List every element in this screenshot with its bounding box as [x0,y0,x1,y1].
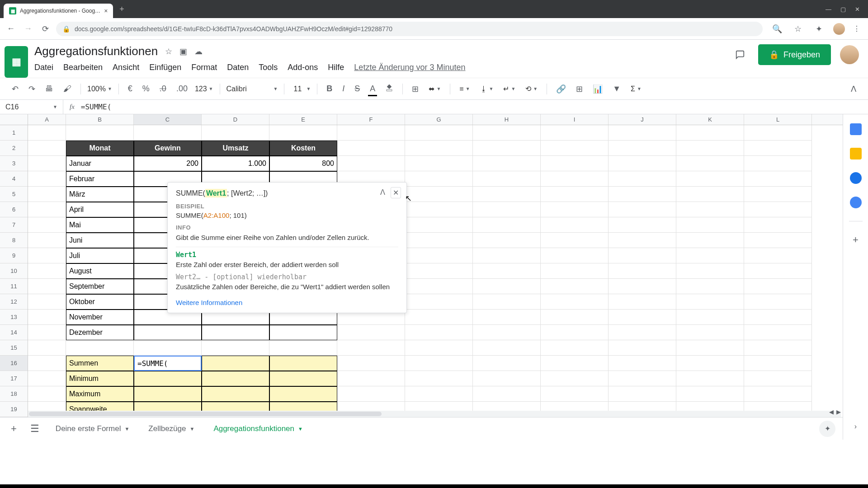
cell[interactable] [269,125,337,141]
cell[interactable] [337,325,405,340]
profile-avatar-icon[interactable] [833,23,845,35]
row-header-6[interactable]: 6 [0,202,28,217]
cell-month[interactable]: August [66,263,134,279]
col-header-J[interactable]: J [609,114,676,125]
cloud-status-icon[interactable]: ☁ [194,47,203,56]
cell[interactable] [541,325,609,340]
cell-month[interactable]: März [66,187,134,202]
cell[interactable] [28,125,66,141]
chart-button[interactable]: 📊 [590,82,605,96]
browser-tab[interactable]: ▦ Aggregationsfunktionen - Goog… × [4,4,113,18]
all-sheets-button[interactable]: ☰ [27,421,43,436]
cell[interactable] [676,156,744,171]
cell-summary[interactable]: Maximum [66,386,134,402]
cell[interactable] [134,325,202,340]
cell[interactable] [541,279,609,294]
cell[interactable] [28,310,66,325]
cell[interactable] [676,217,744,233]
tooltip-more-info-link[interactable]: Weitere Informationen [176,299,242,306]
zoom-select[interactable]: 100% ▼ [87,85,112,93]
browser-menu-icon[interactable]: ⋮ [853,24,860,33]
cell[interactable] [28,340,66,356]
cell[interactable] [28,356,66,371]
percent-button[interactable]: % [140,82,152,95]
sheet-tab-2[interactable]: Aggregationsfunktionen▼ [207,421,309,437]
row-header-7[interactable]: 7 [0,217,28,233]
cell[interactable] [744,294,812,310]
cell[interactable] [744,141,812,156]
calendar-icon[interactable] [850,123,862,135]
cell[interactable] [609,248,676,263]
cell[interactable] [134,386,202,402]
cell[interactable] [541,141,609,156]
col-header-B[interactable]: B [66,114,134,125]
increase-decimal-button[interactable]: .00 [174,82,190,95]
cell[interactable] [609,294,676,310]
font-select[interactable]: Calibri▼ [226,85,278,93]
cell[interactable] [744,340,812,356]
col-header-A[interactable]: A [28,114,66,125]
account-avatar[interactable] [840,45,859,64]
col-header-K[interactable]: K [676,114,744,125]
cell-month[interactable]: April [66,202,134,217]
comments-button[interactable] [731,46,749,64]
cell[interactable] [269,356,337,371]
cell-month[interactable]: Februar [66,171,134,187]
col-header-C[interactable]: C [134,114,202,125]
bold-button[interactable]: B [324,82,335,95]
cell[interactable] [337,125,405,141]
cell[interactable] [202,386,269,402]
cell[interactable] [405,325,473,340]
fill-color-button[interactable] [382,82,396,96]
cell[interactable] [609,356,676,371]
merge-button[interactable]: ⬌ ▼ [426,83,443,95]
cell[interactable] [473,202,541,217]
comment-button[interactable]: ⊞ [573,82,585,96]
cell[interactable] [676,356,744,371]
cell[interactable] [134,371,202,386]
cell[interactable] [744,125,812,141]
cell[interactable] [405,356,473,371]
cell[interactable] [676,171,744,187]
cell[interactable] [609,310,676,325]
cell[interactable] [473,248,541,263]
cell[interactable] [202,371,269,386]
italic-button[interactable]: I [340,82,347,95]
cell[interactable] [473,386,541,402]
cell[interactable] [405,248,473,263]
move-icon[interactable]: ▣ [179,47,187,56]
cell[interactable] [405,386,473,402]
cell[interactable] [744,371,812,386]
cell[interactable] [269,386,337,402]
cell[interactable] [405,141,473,156]
close-tab-icon[interactable]: × [104,7,108,14]
cell[interactable] [541,217,609,233]
col-header-D[interactable]: D [202,114,269,125]
select-all-corner[interactable] [0,114,28,125]
cell[interactable] [744,171,812,187]
header-gewinn[interactable]: Gewinn [134,141,202,156]
row-header-15[interactable]: 15 [0,340,28,356]
cell[interactable] [744,233,812,248]
row-header-3[interactable]: 3 [0,156,28,171]
cell[interactable] [541,156,609,171]
cell[interactable] [541,248,609,263]
cell[interactable] [609,202,676,217]
menu-datei[interactable]: Datei [34,63,53,72]
row-header-2[interactable]: 2 [0,141,28,156]
cell[interactable] [744,202,812,217]
zoom-icon[interactable]: 🔍 [771,24,783,34]
cell[interactable] [405,294,473,310]
row-header-5[interactable]: 5 [0,187,28,202]
cell-summen[interactable]: Summen [66,356,134,371]
cell[interactable] [269,340,337,356]
cell[interactable] [744,386,812,402]
cell[interactable] [541,202,609,217]
cell-summary[interactable]: Minimum [66,371,134,386]
cell[interactable] [744,187,812,202]
cell[interactable] [676,263,744,279]
cell[interactable] [676,371,744,386]
cell[interactable] [541,340,609,356]
menu-daten[interactable]: Daten [227,63,249,72]
cell[interactable] [473,141,541,156]
